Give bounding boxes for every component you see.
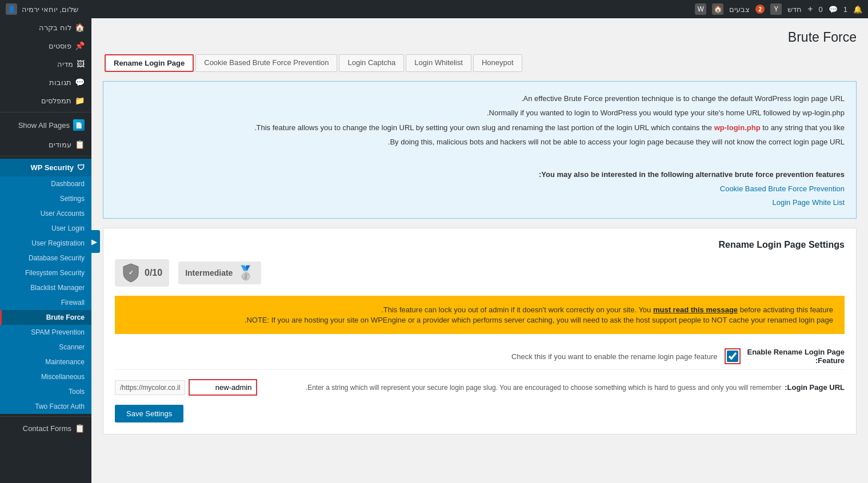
sidebar-item-contact-forms[interactable]: Contact Forms 📋 bbox=[0, 419, 91, 437]
comments-icon[interactable]: 💬 bbox=[829, 5, 838, 14]
tabs-container: Honeypot Login Whitelist Login Captcha C… bbox=[103, 54, 857, 72]
cookie-brute-force-link[interactable]: Cookie Based Brute Force Prevention bbox=[115, 182, 845, 195]
main-content: Brute Force Honeypot Login Whitelist Log… bbox=[91, 18, 868, 483]
chevron-right-icon: ▶ bbox=[91, 238, 97, 246]
sidebar-item-user-registration[interactable]: User Registration bbox=[0, 236, 91, 251]
sidebar-toggle-button[interactable]: ▶ bbox=[89, 230, 100, 253]
url-label: Login Page URL: bbox=[785, 383, 845, 392]
sidebar-item-wp-dashboard[interactable]: Dashboard bbox=[0, 176, 91, 191]
save-settings-button[interactable]: Save Settings bbox=[115, 405, 183, 422]
wp-settings-label: Settings bbox=[60, 195, 85, 203]
filesystem-security-label: Filesystem Security bbox=[25, 269, 85, 277]
warning-line-2: NOTE: If you are hosting your site on WP… bbox=[126, 316, 833, 324]
sidebar-item-pages[interactable]: עמודים 📋 bbox=[0, 135, 91, 154]
user-avatar-icon[interactable]: 👤 bbox=[6, 3, 17, 15]
sidebar-item-scanner[interactable]: Scanner bbox=[0, 340, 91, 355]
comments-label: תגובות bbox=[49, 78, 71, 87]
level-badge: 🥈 Intermediate bbox=[178, 261, 261, 284]
tab-cookie-brute-force[interactable]: Cookie Based Brute Force Prevention bbox=[195, 54, 337, 72]
sidebar-item-user-login[interactable]: User Login bbox=[0, 221, 91, 236]
sidebar: לוח בקרה 🏠 פוסטים 📌 מדיה 🖼 תגובות 💬 תמפל… bbox=[0, 18, 91, 483]
tab-login-whitelist[interactable]: Login Whitelist bbox=[406, 54, 471, 72]
save-button-row: Save Settings bbox=[115, 405, 845, 422]
blacklist-manager-label: Blacklist Manager bbox=[30, 284, 85, 292]
user-greeting: שלום, יוחאי ירמיה bbox=[22, 5, 78, 14]
must-read-link[interactable]: must read this message bbox=[653, 305, 738, 314]
two-factor-label: Two Factor Auth bbox=[35, 402, 85, 410]
login-whitelist-link[interactable]: Login Page White List bbox=[115, 196, 845, 209]
sidebar-item-miscellaneous[interactable]: Miscellaneous bbox=[0, 369, 91, 384]
tab-rename-login-page[interactable]: Rename Login Page bbox=[105, 54, 194, 72]
sidebar-divider-3 bbox=[0, 416, 91, 417]
yoast-icon[interactable]: Y bbox=[770, 3, 782, 15]
layout: לוח בקרה 🏠 פוסטים 📌 מדיה 🖼 תגובות 💬 תמפל… bbox=[0, 18, 868, 483]
sidebar-item-blacklist-manager[interactable]: Blacklist Manager bbox=[0, 280, 91, 295]
sidebar-item-posts[interactable]: פוסטים 📌 bbox=[0, 37, 91, 55]
wp-dashboard-label: Dashboard bbox=[51, 180, 85, 188]
show-pages-icon: 📄 bbox=[73, 119, 85, 131]
sidebar-item-database-security[interactable]: Database Security bbox=[0, 251, 91, 265]
tab-honeypot[interactable]: Honeypot bbox=[473, 54, 522, 72]
shield-score-icon: ✓ bbox=[122, 263, 140, 283]
miscellaneous-label: Miscellaneous bbox=[41, 373, 85, 381]
settings-title: Rename Login Page Settings bbox=[115, 240, 845, 250]
wp-security-section: WP Security 🛡 Dashboard Settings User Ac… bbox=[0, 159, 91, 414]
sidebar-wp-security-header[interactable]: WP Security 🛡 bbox=[0, 159, 91, 176]
admin-bar: שלום, יוחאי ירמיה 👤 W 🏠 צבעים 2 Y חדש + … bbox=[0, 0, 868, 18]
sidebar-item-brute-force[interactable]: Brute Force bbox=[0, 310, 91, 325]
firewall-label: Firewall bbox=[61, 299, 85, 307]
sidebar-item-two-factor[interactable]: Two Factor Auth bbox=[0, 399, 91, 414]
database-security-label: Database Security bbox=[29, 254, 85, 262]
sidebar-item-spam-prevention[interactable]: SPAM Prevention bbox=[0, 325, 91, 340]
bell-icon[interactable]: 🔔 bbox=[853, 5, 862, 14]
pages-icon: 📋 bbox=[75, 140, 85, 149]
updates-count: 1 bbox=[843, 5, 847, 14]
notifications-badge[interactable]: 2 bbox=[755, 5, 765, 14]
templates-icon: 📁 bbox=[75, 96, 85, 105]
templates-label: תמפלסים bbox=[41, 96, 71, 105]
score-badge: 0/10 ✓ bbox=[115, 259, 169, 287]
media-label: מדיה bbox=[57, 60, 73, 69]
url-row: Login Page URL: Enter a string which wil… bbox=[115, 379, 845, 396]
warning-line-1: This feature can lock you out of admin i… bbox=[126, 305, 833, 314]
sidebar-item-firewall[interactable]: Firewall bbox=[0, 295, 91, 310]
sidebar-item-templates[interactable]: תמפלסים 📁 bbox=[0, 91, 91, 110]
sidebar-item-tools[interactable]: Tools bbox=[0, 384, 91, 399]
highlight-text: wp-login.php bbox=[714, 123, 761, 132]
sidebar-item-wp-settings[interactable]: Settings bbox=[0, 191, 91, 206]
url-input[interactable] bbox=[189, 379, 257, 396]
sidebar-item-show-all-pages[interactable]: Show All Pages 📄 bbox=[0, 115, 91, 135]
plus-icon[interactable]: + bbox=[807, 4, 813, 14]
pages-label: עמודים bbox=[49, 140, 71, 149]
sidebar-item-maintenance[interactable]: Maintenance bbox=[0, 355, 91, 369]
contact-forms-icon: 📋 bbox=[75, 424, 85, 433]
adminbar-left: שלום, יוחאי ירמיה 👤 bbox=[6, 3, 78, 15]
wp-icon[interactable]: W bbox=[695, 3, 706, 15]
also-interested-text: You may also be interested in the follow… bbox=[115, 168, 845, 181]
score-value: 0/10 bbox=[145, 268, 162, 278]
sidebar-item-filesystem-security[interactable]: Filesystem Security bbox=[0, 265, 91, 280]
warning-box: This feature can lock you out of admin i… bbox=[115, 296, 845, 334]
level-text: Intermediate bbox=[185, 268, 233, 277]
site-name[interactable]: צבעים bbox=[729, 5, 750, 14]
sidebar-item-comments[interactable]: תגובות 💬 bbox=[0, 73, 91, 91]
tab-login-captcha[interactable]: Login Captcha bbox=[339, 54, 404, 72]
enable-checkbox[interactable] bbox=[727, 351, 738, 362]
contact-forms-label: Contact Forms bbox=[23, 424, 71, 433]
sidebar-item-dashboard[interactable]: לוח בקרה 🏠 bbox=[0, 18, 91, 37]
info-line-2: Normally if you wanted to login to WordP… bbox=[115, 106, 845, 119]
sidebar-item-media[interactable]: מדיה 🖼 bbox=[0, 55, 91, 73]
posts-icon: 📌 bbox=[75, 41, 85, 50]
sidebar-top-section: לוח בקרה 🏠 פוסטים 📌 מדיה 🖼 תגובות 💬 תמפל… bbox=[0, 18, 91, 110]
home-icon[interactable]: 🏠 bbox=[712, 3, 723, 15]
sidebar-item-user-accounts[interactable]: User Accounts bbox=[0, 206, 91, 221]
new-label[interactable]: חדש bbox=[787, 5, 802, 14]
enable-feature-row: Enable Rename Login Page Feature: Check … bbox=[115, 343, 845, 370]
counter-zero: 0 bbox=[819, 5, 823, 14]
url-prefix: https://mycolor.co.il/ bbox=[115, 380, 185, 395]
enable-checkbox-wrapper[interactable] bbox=[725, 348, 741, 364]
settings-box: Rename Login Page Settings 🥈 Intermediat… bbox=[103, 228, 857, 434]
sidebar-divider-1 bbox=[0, 112, 91, 112]
adminbar-right: W 🏠 צבעים 2 Y חדש + 0 💬 1 🔔 bbox=[695, 3, 862, 15]
posts-label: פוסטים bbox=[49, 42, 71, 50]
